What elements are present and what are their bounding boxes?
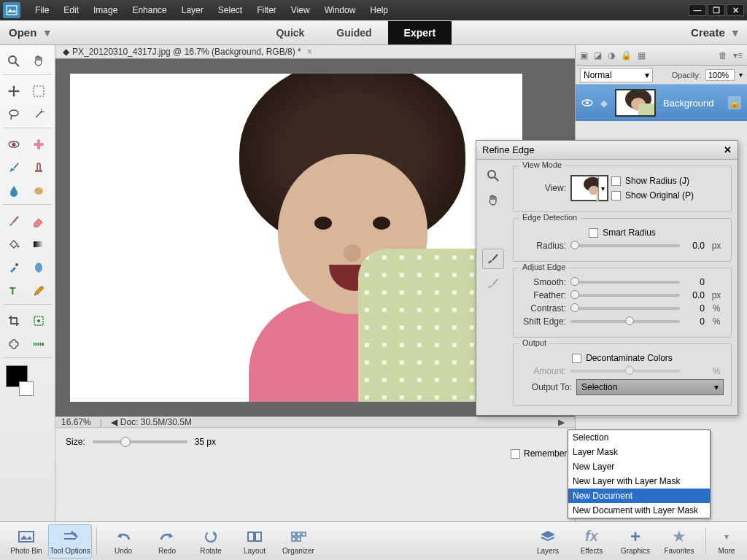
minimize-button[interactable]: — — [689, 4, 706, 16]
sponge-tool[interactable] — [28, 181, 50, 201]
feather-slider[interactable] — [570, 294, 680, 297]
create-menu[interactable]: Create ▾ — [691, 26, 738, 39]
color-swatches[interactable] — [3, 365, 52, 400]
crop-tool[interactable] — [3, 311, 25, 331]
redo-button[interactable]: Redo — [145, 525, 189, 558]
pencil-tool[interactable] — [28, 281, 50, 301]
type-tool[interactable]: T — [3, 281, 25, 301]
menu-layer[interactable]: Layer — [174, 2, 211, 18]
menu-file[interactable]: File — [28, 2, 56, 18]
menu-view[interactable]: View — [284, 2, 317, 18]
open-menu[interactable]: Open ▾ — [9, 26, 50, 39]
new-group-icon[interactable]: ◪ — [594, 50, 602, 61]
photo-bin-button[interactable]: Photo Bin — [4, 525, 48, 558]
cookie-cutter-tool[interactable] — [3, 334, 25, 354]
menu-enhance[interactable]: Enhance — [125, 2, 174, 18]
lock-icon[interactable]: 🔒 — [621, 50, 632, 61]
dialog-titlebar[interactable]: Refine Edge ✕ — [476, 141, 738, 160]
document-tab[interactable]: ◆ PX_20120310_4317J.jpg @ 16.7% (Backgro… — [55, 45, 575, 59]
close-button[interactable]: ✕ — [727, 4, 744, 16]
organizer-button[interactable]: Organizer — [276, 525, 320, 558]
decontaminate-checkbox[interactable] — [572, 354, 581, 363]
menu-image[interactable]: Image — [86, 2, 125, 18]
dd-item-layer-mask[interactable]: Layer Mask — [568, 445, 710, 459]
adjustment-icon[interactable]: ◑ — [608, 50, 615, 61]
chevron-left-icon[interactable]: ◀ — [111, 417, 117, 427]
tab-expert[interactable]: Expert — [388, 21, 452, 44]
size-slider[interactable] — [93, 440, 187, 443]
menu-help[interactable]: Help — [363, 2, 395, 18]
link-icon[interactable]: ▦ — [638, 50, 646, 61]
custom-shape-tool[interactable] — [28, 257, 50, 278]
tab-guided[interactable]: Guided — [320, 21, 387, 44]
dlg-zoom-tool[interactable] — [482, 166, 504, 186]
rotate-button[interactable]: Rotate — [189, 525, 233, 558]
straighten-tool[interactable] — [28, 334, 50, 354]
fx-icon[interactable]: ◆ — [600, 98, 608, 109]
dlg-hand-tool[interactable] — [482, 190, 504, 211]
amount-slider[interactable] — [570, 370, 680, 373]
chevron-right-icon[interactable]: ▶ — [558, 417, 565, 427]
visibility-icon[interactable] — [581, 97, 593, 109]
contrast-slider[interactable] — [570, 307, 680, 310]
blur-tool[interactable] — [3, 181, 25, 201]
smooth-slider[interactable] — [570, 281, 680, 284]
clone-stamp-tool[interactable] — [28, 158, 50, 178]
tab-quick[interactable]: Quick — [260, 21, 320, 44]
more-button[interactable]: ▾More — [711, 525, 743, 558]
dd-item-new-layer[interactable]: New Layer — [568, 459, 710, 474]
dd-item-new-document-mask[interactable]: New Document with Layer Mask — [568, 503, 710, 518]
move-tool[interactable] — [3, 81, 25, 101]
eyedropper-tool[interactable] — [3, 257, 25, 278]
menu-edit[interactable]: Edit — [56, 2, 86, 18]
radius-slider[interactable] — [570, 244, 680, 247]
smart-radius-checkbox[interactable] — [589, 228, 598, 238]
marquee-tool[interactable] — [28, 81, 50, 101]
tool-options-button[interactable]: Tool Options — [48, 524, 92, 559]
layer-item-background[interactable]: ◆ Background 🔒 — [576, 85, 747, 121]
gradient-tool[interactable] — [28, 234, 50, 254]
background-swatch[interactable] — [19, 381, 34, 396]
eraser-tool[interactable] — [28, 211, 50, 231]
chevron-down-icon[interactable]: ▾ — [739, 71, 743, 79]
effects-button[interactable]: fxEffects — [570, 525, 614, 558]
layout-button[interactable]: Layout — [233, 525, 276, 558]
refine-radius-tool[interactable] — [482, 249, 504, 269]
zoom-readout[interactable]: 16.67% — [61, 417, 91, 427]
recompose-tool[interactable] — [28, 311, 50, 331]
new-layer-icon[interactable]: ▣ — [580, 50, 588, 61]
favorites-button[interactable]: ★Favorites — [657, 525, 701, 558]
lasso-tool[interactable] — [3, 104, 25, 125]
panel-menu-icon[interactable]: ▾≡ — [733, 50, 743, 61]
trash-icon[interactable]: 🗑 — [719, 50, 727, 61]
graphics-button[interactable]: +Graphics — [614, 525, 657, 558]
shift-slider[interactable] — [570, 320, 680, 323]
magic-wand-tool[interactable] — [28, 104, 50, 125]
menu-window[interactable]: Window — [317, 2, 363, 18]
zoom-tool[interactable] — [3, 51, 25, 71]
menu-select[interactable]: Select — [211, 2, 249, 18]
brush-tool[interactable] — [3, 211, 25, 231]
redeye-tool[interactable] — [3, 134, 25, 155]
lock-icon[interactable]: 🔒 — [728, 96, 741, 109]
show-radius-checkbox[interactable] — [611, 176, 621, 186]
show-original-checkbox[interactable] — [611, 191, 621, 201]
dd-item-new-layer-mask[interactable]: New Layer with Layer Mask — [568, 474, 710, 489]
paint-bucket-tool[interactable] — [3, 234, 25, 254]
spot-heal-tool[interactable] — [28, 134, 50, 155]
maximize-button[interactable]: ❐ — [708, 4, 725, 16]
smart-brush-tool[interactable] — [3, 158, 25, 178]
hand-tool[interactable] — [28, 51, 50, 71]
blend-mode-select[interactable]: Normal▾ — [580, 68, 653, 82]
menu-filter[interactable]: Filter — [249, 2, 284, 18]
layer-thumb[interactable] — [615, 89, 656, 117]
view-mode-picker[interactable]: ▾ — [570, 175, 600, 201]
undo-button[interactable]: Undo — [101, 525, 145, 558]
layers-button[interactable]: Layers — [526, 525, 570, 558]
close-icon[interactable]: ✕ — [724, 144, 732, 155]
dd-item-new-document[interactable]: New Document — [568, 489, 710, 503]
close-tab-icon[interactable]: × — [307, 47, 312, 57]
remember-checkbox[interactable] — [511, 449, 520, 459]
output-to-select[interactable]: Selection▾ — [576, 379, 724, 395]
opacity-input[interactable]: 100% — [705, 69, 735, 81]
